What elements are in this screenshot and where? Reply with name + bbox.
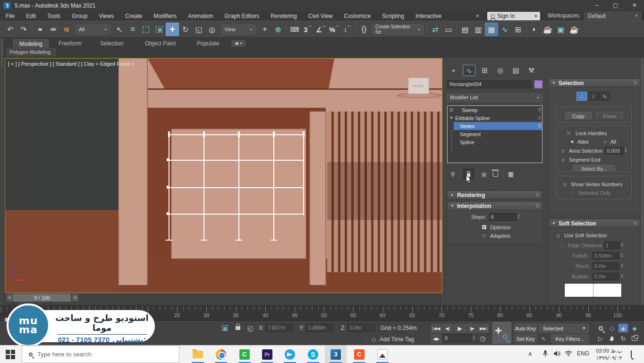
stack-row-editable-spline[interactable]: ▼ Editable Spline ⠿ [448,114,542,122]
next-frame-arrow[interactable]: > [72,294,79,302]
isolate-selection-icon[interactable] [220,324,229,332]
go-to-end-icon[interactable]: ▶▶| [478,324,489,333]
align-icon[interactable]: ▭ [442,23,455,36]
mirror-icon[interactable]: ⇄ [429,23,442,36]
subobject-segment-button[interactable]: ≀ [588,92,599,101]
selection-rollout-header[interactable]: ▼ Selection ⠿ [549,78,640,87]
pan-hand-icon[interactable] [607,334,617,343]
modifier-list-dropdown[interactable]: Modifier List ▼ [447,94,542,102]
menu-file[interactable]: File [0,11,20,21]
select-by-button[interactable]: Select By... [573,165,615,173]
stack-row-segment[interactable]: Segment [448,130,542,138]
go-to-start-icon[interactable]: |◀◀ [431,324,441,333]
utilities-tab-icon[interactable]: ⚒ [525,65,538,76]
steps-spinner[interactable]: ▴▾ [518,214,519,219]
menu-civil-view[interactable]: Civil View [303,11,339,21]
select-link-icon[interactable]: ⚭ [34,23,47,36]
camtasia-green-icon[interactable]: C [238,348,251,361]
modify-tab-icon[interactable]: ∿ [463,65,475,76]
tray-chevron-icon[interactable]: ∧ [528,350,533,357]
bubble-value[interactable]: 0.0m [593,273,619,280]
menu-scripting[interactable]: Scripting [376,11,410,21]
make-unique-icon[interactable]: ▣ [478,169,490,179]
rect-selection-region-icon[interactable] [139,23,153,36]
menu-modifiers[interactable]: Modifiers [148,11,182,21]
auto-key-button[interactable]: Auto Key [514,324,537,333]
photos-icon[interactable] [376,348,389,361]
menu-create[interactable]: Create [119,11,148,21]
menu-group[interactable]: Group [66,11,93,21]
workspace-dropdown[interactable]: Default ▼ [585,12,641,20]
sign-in-button[interactable]: Sign In ▼ [487,12,540,20]
selected-only-checkbox[interactable] [570,190,575,196]
maximize-button[interactable]: ▢ [606,0,625,11]
key-mode-icon[interactable]: ◀▶ [431,334,441,343]
falloff-value[interactable]: 0.508m [593,252,619,259]
set-keys-button[interactable]: + [492,322,511,344]
zoom-icon[interactable] [596,324,605,332]
unlink-icon[interactable]: ⚮ [47,23,60,36]
paste-button[interactable]: Paste [596,112,623,120]
premiere-icon[interactable]: Pr [261,348,273,361]
select-place-icon[interactable]: ◎ [205,23,219,36]
material-editor-icon[interactable]: ◐ [528,23,541,36]
edge-distance-value[interactable]: 1 [604,242,620,249]
ribbon-media-dropdown-icon[interactable]: ▣ ▾ [231,40,246,47]
taskbar-clock[interactable]: 03:00ب.ظ ۱۳۹۹/۰۹/۰۴ [591,347,627,362]
create-tab-icon[interactable]: + [447,65,460,76]
time-slider-handle[interactable]: 0 / 100 [13,294,71,302]
notification-icon[interactable] [631,351,632,358]
next-frame-icon[interactable]: |▶ [467,324,477,333]
falloff-spinner[interactable]: ▴▾ [621,253,623,258]
panel-divider[interactable]: ······ [443,182,547,187]
play-icon[interactable]: ▶ [454,324,466,333]
soft-selection-rollout-header[interactable]: ▼ Soft Selection ⠿ [549,219,640,228]
select-rotate-icon[interactable]: ↻ [179,23,192,36]
use-soft-selection-checkbox[interactable] [556,233,561,238]
menu-tools[interactable]: Tools [42,11,66,21]
angle-snap-icon[interactable]: ∠⌒ [314,23,328,36]
menu-interactive[interactable]: Interactive [410,11,447,21]
adaptive-checkbox[interactable] [482,233,487,238]
configure-modifier-sets-icon[interactable]: ▦ [505,169,517,179]
maximize-viewport-icon[interactable] [630,334,639,343]
copy-button[interactable]: Copy [565,112,592,120]
ribbon-tab-object-paint[interactable]: Object Paint [139,39,181,48]
skype-icon[interactable]: S [307,348,319,361]
fov-icon[interactable]: ▷ [596,334,605,343]
menu-graph-editors[interactable]: Graph Editors [219,11,265,21]
optimize-checkbox[interactable]: ✓ [482,225,487,230]
time-configuration-icon[interactable]: ◷ [478,334,487,343]
selection-lock-icon[interactable] [233,324,243,332]
menu-customize[interactable]: Customize [339,11,377,21]
bubble-spinner[interactable]: ▴▾ [621,274,623,278]
telegram-icon[interactable] [284,348,296,361]
camtasia-orange-icon[interactable]: C [353,348,365,361]
select-object-icon[interactable]: ↖ [113,23,126,36]
curve-editor-icon[interactable]: ∿ [498,23,511,36]
schematic-view-icon[interactable]: ⊞ [511,23,525,36]
taskbar-search[interactable]: Type here to search [22,346,179,363]
absolute-mode-icon[interactable]: ◱ [246,324,255,332]
all-radio[interactable] [603,139,608,144]
menu-overflow-icon[interactable]: » [476,12,479,19]
named-selection-set-dropdown[interactable]: Create Selection Se ▼ [373,25,424,34]
subobject-spline-button[interactable]: ∿ [599,92,610,101]
minimize-button[interactable]: – [587,0,606,11]
pinch-spinner[interactable]: ▴▾ [621,263,623,268]
microphone-icon[interactable] [542,350,549,359]
selected-dropdown[interactable]: Selected ▼ [539,324,589,333]
language-indicator[interactable]: ENG [577,350,589,357]
area-selection-spinner[interactable]: ▴▾ [625,148,627,153]
use-pivot-center-icon[interactable]: ⌖ [258,23,271,36]
select-scale-icon[interactable]: ◱ [192,23,205,36]
ref-coord-dropdown[interactable]: View ▼ [221,25,255,34]
menu-views[interactable]: Views [93,11,119,21]
selection-filter-dropdown[interactable]: All ▼ [76,25,110,34]
bind-spacewarp-icon[interactable]: ≋ [60,23,73,36]
keyboard-override-icon[interactable]: ⌨ [288,23,301,36]
render-production-icon[interactable]: ☕ [568,23,581,36]
key-filters-button[interactable]: Key Filters... [551,334,589,343]
z-coordinate-field[interactable]: 0.0m [347,324,375,332]
render-setup-icon[interactable]: ☕ [541,23,554,36]
